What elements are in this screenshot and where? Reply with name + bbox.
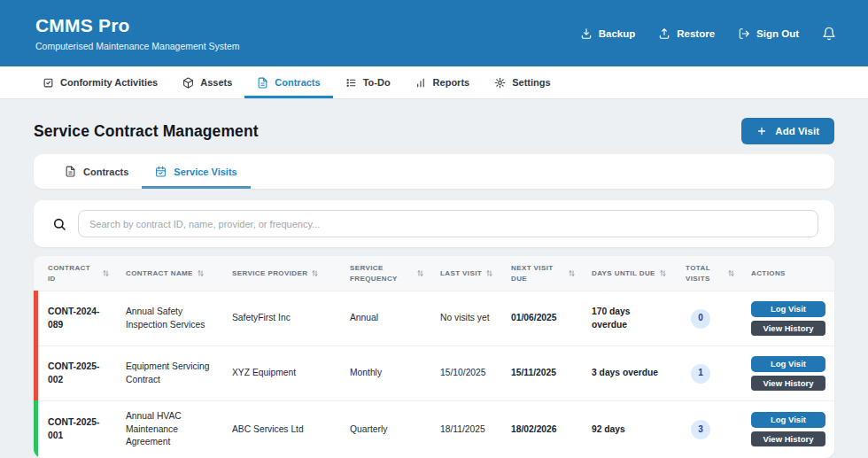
nav-tab-reports[interactable]: Reports bbox=[403, 66, 483, 98]
column-header-contract-id[interactable]: Contract ID bbox=[34, 256, 112, 291]
log-visit-button[interactable]: Log Visit bbox=[751, 301, 825, 317]
nav-tab-settings[interactable]: Settings bbox=[482, 66, 562, 98]
cell-days-until-due: 170 days overdue bbox=[577, 291, 671, 345]
log-visit-button[interactable]: Log Visit bbox=[751, 412, 825, 428]
nav-tab-label: Conformity Activities bbox=[60, 77, 158, 88]
notifications-button[interactable] bbox=[822, 27, 836, 41]
sort-icon bbox=[197, 269, 205, 277]
column-header-total-visits[interactable]: Total Visits bbox=[671, 256, 737, 291]
cell-days-until-due: 92 days bbox=[577, 401, 671, 458]
nav-tab-label: Assets bbox=[200, 77, 232, 88]
main-nav: Conformity Activities Assets Contracts T… bbox=[0, 66, 868, 99]
restore-label: Restore bbox=[677, 28, 715, 39]
column-label: Contract Name bbox=[126, 268, 193, 278]
table-row: CONT-2025-002 Equipment Servicing Contra… bbox=[34, 345, 834, 400]
nav-tab-conformity-activities[interactable]: Conformity Activities bbox=[30, 66, 170, 98]
sort-icon bbox=[659, 269, 667, 277]
subtab-label: Contracts bbox=[83, 167, 128, 177]
view-history-button[interactable]: View History bbox=[751, 321, 825, 336]
bar-chart-icon bbox=[415, 77, 427, 89]
nav-tab-contracts[interactable]: Contracts bbox=[244, 66, 332, 98]
add-visit-label: Add Visit bbox=[775, 126, 819, 136]
service-visits-table: Contract ID Contract Name Service Provid… bbox=[34, 256, 834, 458]
cell-total-visits: 3 bbox=[671, 401, 737, 458]
cell-next-visit-due: 18/02/2026 bbox=[497, 401, 577, 458]
total-visits-badge: 0 bbox=[691, 309, 710, 329]
brand: CMMS Pro Computerised Maintenance Manage… bbox=[35, 15, 240, 50]
subtab-bar: Contracts Service Visits bbox=[34, 154, 834, 189]
cell-service-provider: XYZ Equipment bbox=[218, 346, 336, 400]
bell-icon bbox=[822, 27, 836, 41]
cell-next-visit-due: 01/06/2025 bbox=[497, 291, 577, 345]
document-icon bbox=[65, 166, 76, 177]
status-stripe bbox=[34, 400, 38, 458]
subtab-contracts[interactable]: Contracts bbox=[51, 154, 142, 189]
sign-out-label: Sign Out bbox=[756, 28, 799, 39]
document-icon bbox=[257, 77, 268, 89]
app-title: CMMS Pro bbox=[35, 15, 240, 35]
todo-list-icon bbox=[345, 77, 357, 89]
cell-actions: Log Visit View History bbox=[737, 291, 834, 345]
sort-icon bbox=[727, 269, 735, 277]
restore-button[interactable]: Restore bbox=[658, 27, 715, 40]
add-visit-button[interactable]: Add Visit bbox=[741, 118, 834, 144]
log-visit-button[interactable]: Log Visit bbox=[751, 356, 825, 372]
page-title: Service Contract Management bbox=[34, 122, 259, 141]
column-header-next-visit-due[interactable]: Next Visit Due bbox=[497, 256, 577, 291]
cell-next-visit-due: 15/11/2025 bbox=[497, 346, 577, 400]
cell-service-frequency: Monthly bbox=[336, 346, 426, 400]
subtab-service-visits[interactable]: Service Visits bbox=[142, 154, 250, 189]
sort-icon bbox=[568, 269, 576, 277]
cell-contract-id: CONT-2025-001 bbox=[34, 401, 112, 458]
subtab-label: Service Visits bbox=[174, 167, 236, 177]
cell-actions: Log Visit View History bbox=[737, 401, 834, 458]
backup-button[interactable]: Backup bbox=[580, 27, 636, 40]
search-bar bbox=[34, 200, 834, 247]
nav-tab-label: Reports bbox=[433, 77, 470, 88]
cell-total-visits: 1 bbox=[671, 346, 737, 400]
column-label: Days Until Due bbox=[592, 268, 655, 278]
nav-tab-to-do[interactable]: To-Do bbox=[333, 66, 403, 98]
column-label: Service Frequency bbox=[350, 263, 413, 283]
nav-tab-label: Settings bbox=[512, 77, 550, 88]
sign-out-icon bbox=[738, 27, 750, 40]
column-header-service-provider[interactable]: Service Provider bbox=[218, 256, 336, 291]
plus-icon bbox=[756, 126, 767, 136]
cell-total-visits: 0 bbox=[671, 291, 737, 345]
sign-out-button[interactable]: Sign Out bbox=[738, 27, 799, 40]
cell-service-frequency: Annual bbox=[336, 291, 426, 345]
header-actions: Backup Restore Sign Out bbox=[580, 27, 836, 41]
column-header-contract-name[interactable]: Contract Name bbox=[112, 256, 218, 291]
nav-tab-label: To-Do bbox=[363, 77, 391, 88]
app-subtitle: Computerised Maintenance Management Syst… bbox=[35, 41, 240, 51]
cell-days-until-due: 3 days overdue bbox=[577, 346, 671, 400]
column-header-actions: Actions bbox=[737, 256, 834, 291]
table-header-row: Contract ID Contract Name Service Provid… bbox=[34, 256, 834, 291]
column-header-last-visit[interactable]: Last Visit bbox=[426, 256, 497, 291]
status-stripe bbox=[34, 291, 38, 345]
column-header-service-frequency[interactable]: Service Frequency bbox=[336, 256, 426, 291]
page-head: Service Contract Management Add Visit bbox=[34, 99, 834, 144]
table-row: CONT-2025-001 Annual HVAC Maintenance Ag… bbox=[34, 400, 834, 458]
column-label: Service Provider bbox=[232, 268, 307, 278]
cell-last-visit: 15/10/2025 bbox=[426, 346, 497, 400]
status-stripe bbox=[34, 345, 38, 400]
cell-last-visit: No visits yet bbox=[426, 291, 497, 345]
upload-icon bbox=[658, 27, 670, 40]
column-label: Total Visits bbox=[686, 263, 724, 283]
nav-tab-label: Contracts bbox=[275, 77, 320, 88]
column-label: Actions bbox=[751, 268, 786, 278]
sort-icon bbox=[485, 269, 493, 277]
nav-tab-assets[interactable]: Assets bbox=[170, 66, 244, 98]
sort-icon bbox=[416, 269, 424, 277]
total-visits-badge: 3 bbox=[691, 420, 710, 439]
search-input[interactable] bbox=[78, 210, 818, 237]
column-header-days-until-due[interactable]: Days Until Due bbox=[577, 256, 671, 291]
sort-icon bbox=[102, 269, 110, 277]
app-header: CMMS Pro Computerised Maintenance Manage… bbox=[0, 0, 868, 66]
column-label: Last Visit bbox=[440, 268, 482, 278]
sort-icon bbox=[311, 269, 319, 277]
view-history-button[interactable]: View History bbox=[751, 431, 825, 446]
table-body: CONT-2024-089 Annual Safety Inspection S… bbox=[34, 291, 834, 458]
view-history-button[interactable]: View History bbox=[751, 376, 825, 391]
